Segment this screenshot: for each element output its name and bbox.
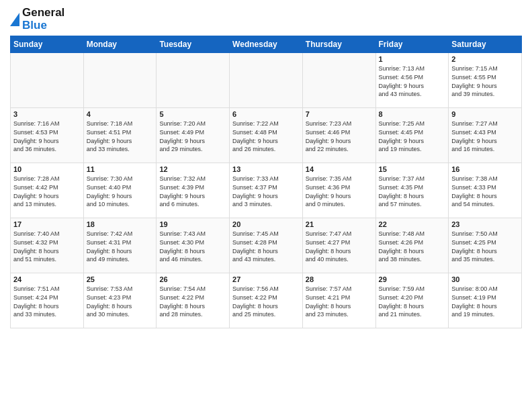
day-info: Sunrise: 7:56 AM Sunset: 4:22 PM Dayligh… — [232, 285, 300, 318]
calendar-cell: 26Sunrise: 7:54 AM Sunset: 4:22 PM Dayli… — [157, 273, 230, 328]
day-info: Sunrise: 7:33 AM Sunset: 4:37 PM Dayligh… — [232, 175, 300, 208]
calendar-cell: 21Sunrise: 7:47 AM Sunset: 4:27 PM Dayli… — [302, 218, 375, 273]
day-number: 26 — [159, 275, 226, 283]
calendar-cell — [302, 53, 375, 108]
day-info: Sunrise: 7:27 AM Sunset: 4:43 PM Dayligh… — [451, 120, 519, 153]
day-info: Sunrise: 7:42 AM Sunset: 4:31 PM Dayligh… — [87, 230, 154, 263]
calendar-cell: 17Sunrise: 7:40 AM Sunset: 4:32 PM Dayli… — [11, 218, 84, 273]
logo-blue: Blue — [22, 19, 47, 32]
calendar-cell: 8Sunrise: 7:25 AM Sunset: 4:45 PM Daylig… — [375, 108, 449, 163]
calendar-cell: 3Sunrise: 7:16 AM Sunset: 4:53 PM Daylig… — [11, 108, 84, 163]
logo-text: General Blue — [22, 7, 64, 32]
day-number: 14 — [306, 165, 373, 173]
day-number: 22 — [379, 220, 446, 228]
calendar-cell — [11, 53, 84, 108]
calendar-cell: 28Sunrise: 7:57 AM Sunset: 4:21 PM Dayli… — [302, 273, 375, 328]
weekday-header: Friday — [375, 36, 449, 53]
day-number: 25 — [87, 275, 154, 283]
day-number: 30 — [451, 275, 519, 283]
calendar-cell: 5Sunrise: 7:20 AM Sunset: 4:49 PM Daylig… — [157, 108, 230, 163]
day-info: Sunrise: 7:20 AM Sunset: 4:49 PM Dayligh… — [159, 120, 226, 153]
day-info: Sunrise: 7:45 AM Sunset: 4:28 PM Dayligh… — [232, 230, 300, 263]
calendar-cell: 29Sunrise: 7:59 AM Sunset: 4:20 PM Dayli… — [375, 273, 449, 328]
day-info: Sunrise: 7:37 AM Sunset: 4:35 PM Dayligh… — [379, 175, 446, 208]
day-number: 28 — [306, 275, 373, 283]
day-number: 6 — [232, 110, 300, 118]
calendar-cell: 2Sunrise: 7:15 AM Sunset: 4:55 PM Daylig… — [449, 53, 522, 108]
day-info: Sunrise: 7:35 AM Sunset: 4:36 PM Dayligh… — [306, 175, 373, 208]
calendar-cell: 9Sunrise: 7:27 AM Sunset: 4:43 PM Daylig… — [449, 108, 522, 163]
calendar-cell: 13Sunrise: 7:33 AM Sunset: 4:37 PM Dayli… — [230, 163, 303, 218]
calendar-cell: 25Sunrise: 7:53 AM Sunset: 4:23 PM Dayli… — [83, 273, 157, 328]
day-number: 13 — [232, 165, 300, 173]
day-info: Sunrise: 7:48 AM Sunset: 4:26 PM Dayligh… — [379, 230, 446, 263]
day-info: Sunrise: 7:43 AM Sunset: 4:30 PM Dayligh… — [159, 230, 226, 263]
day-number: 18 — [87, 220, 154, 228]
day-info: Sunrise: 7:18 AM Sunset: 4:51 PM Dayligh… — [87, 120, 154, 153]
logo-icon — [10, 13, 19, 26]
weekday-header: Wednesday — [230, 36, 303, 53]
day-number: 24 — [13, 275, 81, 283]
day-info: Sunrise: 7:23 AM Sunset: 4:46 PM Dayligh… — [306, 120, 373, 153]
day-info: Sunrise: 7:30 AM Sunset: 4:40 PM Dayligh… — [87, 175, 154, 208]
day-info: Sunrise: 7:50 AM Sunset: 4:25 PM Dayligh… — [451, 230, 519, 263]
day-info: Sunrise: 7:32 AM Sunset: 4:39 PM Dayligh… — [159, 175, 226, 208]
calendar-cell: 27Sunrise: 7:56 AM Sunset: 4:22 PM Dayli… — [230, 273, 303, 328]
day-number: 20 — [232, 220, 300, 228]
day-number: 7 — [306, 110, 373, 118]
calendar-cell: 24Sunrise: 7:51 AM Sunset: 4:24 PM Dayli… — [11, 273, 84, 328]
calendar: SundayMondayTuesdayWednesdayThursdayFrid… — [10, 36, 522, 328]
calendar-cell: 4Sunrise: 7:18 AM Sunset: 4:51 PM Daylig… — [83, 108, 157, 163]
weekday-header: Saturday — [449, 36, 522, 53]
logo-general: General — [22, 6, 64, 19]
day-number: 12 — [159, 165, 226, 173]
day-info: Sunrise: 7:38 AM Sunset: 4:33 PM Dayligh… — [451, 175, 519, 208]
calendar-cell: 14Sunrise: 7:35 AM Sunset: 4:36 PM Dayli… — [302, 163, 375, 218]
day-number: 10 — [13, 165, 81, 173]
day-number: 21 — [306, 220, 373, 228]
day-number: 2 — [451, 55, 519, 63]
day-number: 4 — [87, 110, 154, 118]
day-number: 29 — [379, 275, 446, 283]
calendar-cell: 7Sunrise: 7:23 AM Sunset: 4:46 PM Daylig… — [302, 108, 375, 163]
calendar-cell: 23Sunrise: 7:50 AM Sunset: 4:25 PM Dayli… — [449, 218, 522, 273]
day-info: Sunrise: 7:16 AM Sunset: 4:53 PM Dayligh… — [13, 120, 81, 153]
calendar-cell: 15Sunrise: 7:37 AM Sunset: 4:35 PM Dayli… — [375, 163, 449, 218]
day-info: Sunrise: 7:53 AM Sunset: 4:23 PM Dayligh… — [87, 285, 154, 318]
calendar-cell: 18Sunrise: 7:42 AM Sunset: 4:31 PM Dayli… — [83, 218, 157, 273]
day-number: 16 — [451, 165, 519, 173]
day-info: Sunrise: 8:00 AM Sunset: 4:19 PM Dayligh… — [451, 285, 519, 318]
day-info: Sunrise: 7:54 AM Sunset: 4:22 PM Dayligh… — [159, 285, 226, 318]
calendar-cell: 6Sunrise: 7:22 AM Sunset: 4:48 PM Daylig… — [230, 108, 303, 163]
day-info: Sunrise: 7:47 AM Sunset: 4:27 PM Dayligh… — [306, 230, 373, 263]
day-number: 11 — [87, 165, 154, 173]
calendar-cell: 11Sunrise: 7:30 AM Sunset: 4:40 PM Dayli… — [83, 163, 157, 218]
calendar-cell — [230, 53, 303, 108]
header: General Blue — [10, 7, 522, 32]
day-info: Sunrise: 7:15 AM Sunset: 4:55 PM Dayligh… — [451, 64, 519, 98]
calendar-cell: 16Sunrise: 7:38 AM Sunset: 4:33 PM Dayli… — [449, 163, 522, 218]
calendar-cell — [157, 53, 230, 108]
day-number: 5 — [159, 110, 226, 118]
weekday-header: Thursday — [302, 36, 375, 53]
calendar-cell: 12Sunrise: 7:32 AM Sunset: 4:39 PM Dayli… — [157, 163, 230, 218]
weekday-header: Tuesday — [157, 36, 230, 53]
calendar-cell: 30Sunrise: 8:00 AM Sunset: 4:19 PM Dayli… — [449, 273, 522, 328]
day-number: 17 — [13, 220, 81, 228]
day-info: Sunrise: 7:13 AM Sunset: 4:56 PM Dayligh… — [379, 64, 446, 98]
calendar-cell: 22Sunrise: 7:48 AM Sunset: 4:26 PM Dayli… — [375, 218, 449, 273]
day-number: 1 — [379, 55, 446, 63]
day-number: 8 — [379, 110, 446, 118]
calendar-cell — [83, 53, 157, 108]
day-number: 19 — [159, 220, 226, 228]
weekday-header: Monday — [83, 36, 157, 53]
day-info: Sunrise: 7:25 AM Sunset: 4:45 PM Dayligh… — [379, 120, 446, 153]
day-info: Sunrise: 7:28 AM Sunset: 4:42 PM Dayligh… — [13, 175, 81, 208]
day-number: 3 — [13, 110, 81, 118]
weekday-header: Sunday — [11, 36, 84, 53]
calendar-cell: 19Sunrise: 7:43 AM Sunset: 4:30 PM Dayli… — [157, 218, 230, 273]
day-info: Sunrise: 7:40 AM Sunset: 4:32 PM Dayligh… — [13, 230, 81, 263]
day-info: Sunrise: 7:57 AM Sunset: 4:21 PM Dayligh… — [306, 285, 373, 318]
calendar-cell: 1Sunrise: 7:13 AM Sunset: 4:56 PM Daylig… — [375, 53, 449, 108]
day-number: 15 — [379, 165, 446, 173]
